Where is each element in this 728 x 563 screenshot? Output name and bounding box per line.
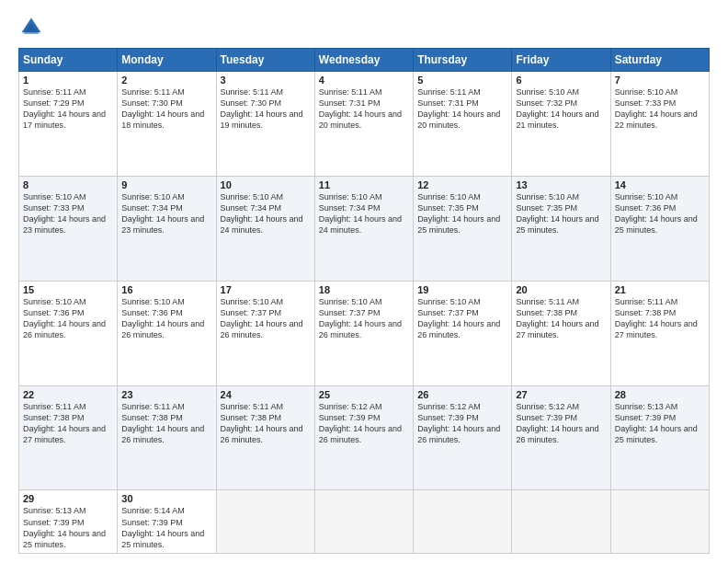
day-info: Sunrise: 5:10 AMSunset: 7:36 PMDaylight:… [23, 296, 113, 341]
calendar-table: SundayMondayTuesdayWednesdayThursdayFrid… [18, 48, 710, 554]
col-header-wednesday: Wednesday [314, 49, 413, 72]
table-row [414, 490, 512, 554]
day-info: Sunrise: 5:10 AMSunset: 7:37 PMDaylight:… [319, 296, 409, 341]
day-info: Sunrise: 5:11 AMSunset: 7:31 PMDaylight:… [417, 86, 507, 132]
table-row: 27Sunrise: 5:12 AMSunset: 7:39 PMDayligh… [512, 385, 610, 490]
day-info: Sunrise: 5:12 AMSunset: 7:39 PMDaylight:… [516, 401, 606, 446]
day-info: Sunrise: 5:10 AMSunset: 7:34 PMDaylight:… [121, 191, 211, 236]
table-row: 18Sunrise: 5:10 AMSunset: 7:37 PMDayligh… [314, 281, 413, 385]
table-row: 13Sunrise: 5:10 AMSunset: 7:35 PMDayligh… [512, 176, 610, 281]
logo-icon [18, 15, 44, 40]
col-header-monday: Monday [118, 49, 216, 72]
calendar-row-3: 22Sunrise: 5:11 AMSunset: 7:38 PMDayligh… [19, 385, 710, 490]
day-info: Sunrise: 5:11 AMSunset: 7:29 PMDaylight:… [23, 86, 113, 132]
day-number: 3 [221, 75, 311, 86]
calendar-row-2: 15Sunrise: 5:10 AMSunset: 7:36 PMDayligh… [19, 281, 710, 385]
day-info: Sunrise: 5:11 AMSunset: 7:38 PMDaylight:… [615, 296, 705, 341]
table-row: 25Sunrise: 5:12 AMSunset: 7:39 PMDayligh… [314, 385, 413, 490]
table-row: 17Sunrise: 5:10 AMSunset: 7:37 PMDayligh… [216, 281, 314, 385]
day-number: 9 [121, 179, 211, 190]
day-info: Sunrise: 5:12 AMSunset: 7:39 PMDaylight:… [417, 401, 507, 446]
day-number: 1 [23, 75, 113, 86]
day-info: Sunrise: 5:10 AMSunset: 7:34 PMDaylight:… [319, 191, 409, 236]
col-header-friday: Friday [512, 49, 610, 72]
table-row: 6Sunrise: 5:10 AMSunset: 7:32 PMDaylight… [512, 72, 610, 177]
day-number: 16 [121, 284, 211, 295]
day-number: 30 [121, 493, 211, 504]
day-info: Sunrise: 5:11 AMSunset: 7:38 PMDaylight:… [221, 401, 311, 446]
table-row [216, 490, 314, 554]
table-row: 29Sunrise: 5:13 AMSunset: 7:39 PMDayligh… [19, 490, 118, 554]
header [18, 15, 710, 40]
day-info: Sunrise: 5:11 AMSunset: 7:38 PMDaylight:… [121, 401, 211, 446]
table-row: 11Sunrise: 5:10 AMSunset: 7:34 PMDayligh… [314, 176, 413, 281]
day-info: Sunrise: 5:13 AMSunset: 7:39 PMDaylight:… [615, 401, 705, 446]
day-info: Sunrise: 5:11 AMSunset: 7:31 PMDaylight:… [319, 86, 409, 132]
table-row: 30Sunrise: 5:14 AMSunset: 7:39 PMDayligh… [118, 490, 216, 554]
calendar-row-0: 1Sunrise: 5:11 AMSunset: 7:29 PMDaylight… [19, 72, 710, 177]
table-row: 5Sunrise: 5:11 AMSunset: 7:31 PMDaylight… [414, 72, 512, 177]
table-row: 8Sunrise: 5:10 AMSunset: 7:33 PMDaylight… [19, 176, 118, 281]
day-number: 10 [221, 179, 311, 190]
table-row: 9Sunrise: 5:10 AMSunset: 7:34 PMDaylight… [118, 176, 216, 281]
day-number: 20 [516, 284, 606, 295]
table-row: 26Sunrise: 5:12 AMSunset: 7:39 PMDayligh… [414, 385, 512, 490]
day-number: 24 [221, 389, 311, 400]
day-info: Sunrise: 5:10 AMSunset: 7:33 PMDaylight:… [615, 86, 705, 132]
day-info: Sunrise: 5:10 AMSunset: 7:33 PMDaylight:… [23, 191, 113, 236]
day-number: 26 [417, 389, 507, 400]
day-info: Sunrise: 5:10 AMSunset: 7:37 PMDaylight:… [417, 296, 507, 341]
col-header-tuesday: Tuesday [216, 49, 314, 72]
day-number: 28 [615, 389, 705, 400]
day-number: 2 [121, 75, 211, 86]
day-info: Sunrise: 5:11 AMSunset: 7:38 PMDaylight:… [516, 296, 606, 341]
table-row [314, 490, 413, 554]
day-info: Sunrise: 5:11 AMSunset: 7:30 PMDaylight:… [121, 86, 211, 132]
table-row: 12Sunrise: 5:10 AMSunset: 7:35 PMDayligh… [414, 176, 512, 281]
table-row: 15Sunrise: 5:10 AMSunset: 7:36 PMDayligh… [19, 281, 118, 385]
day-number: 8 [23, 179, 113, 190]
col-header-sunday: Sunday [19, 49, 118, 72]
day-info: Sunrise: 5:10 AMSunset: 7:34 PMDaylight:… [221, 191, 311, 236]
day-number: 27 [516, 389, 606, 400]
day-number: 4 [319, 75, 409, 86]
day-number: 29 [23, 493, 113, 504]
day-info: Sunrise: 5:14 AMSunset: 7:39 PMDaylight:… [121, 505, 211, 550]
table-row [512, 490, 610, 554]
table-row: 21Sunrise: 5:11 AMSunset: 7:38 PMDayligh… [610, 281, 709, 385]
day-number: 13 [516, 179, 606, 190]
table-row: 20Sunrise: 5:11 AMSunset: 7:38 PMDayligh… [512, 281, 610, 385]
day-number: 5 [417, 75, 507, 86]
table-row: 1Sunrise: 5:11 AMSunset: 7:29 PMDaylight… [19, 72, 118, 177]
day-number: 22 [23, 389, 113, 400]
day-number: 12 [417, 179, 507, 190]
day-number: 21 [615, 284, 705, 295]
calendar-row-4: 29Sunrise: 5:13 AMSunset: 7:39 PMDayligh… [19, 490, 710, 554]
table-row: 24Sunrise: 5:11 AMSunset: 7:38 PMDayligh… [216, 385, 314, 490]
table-row: 4Sunrise: 5:11 AMSunset: 7:31 PMDaylight… [314, 72, 413, 177]
day-info: Sunrise: 5:10 AMSunset: 7:35 PMDaylight:… [516, 191, 606, 236]
table-row: 10Sunrise: 5:10 AMSunset: 7:34 PMDayligh… [216, 176, 314, 281]
table-row: 16Sunrise: 5:10 AMSunset: 7:36 PMDayligh… [118, 281, 216, 385]
day-info: Sunrise: 5:11 AMSunset: 7:30 PMDaylight:… [221, 86, 311, 132]
table-row: 19Sunrise: 5:10 AMSunset: 7:37 PMDayligh… [414, 281, 512, 385]
page: SundayMondayTuesdayWednesdayThursdayFrid… [0, 0, 728, 563]
calendar-row-1: 8Sunrise: 5:10 AMSunset: 7:33 PMDaylight… [19, 176, 710, 281]
day-number: 6 [516, 75, 606, 86]
col-header-thursday: Thursday [414, 49, 512, 72]
day-info: Sunrise: 5:10 AMSunset: 7:36 PMDaylight:… [615, 191, 705, 236]
day-info: Sunrise: 5:10 AMSunset: 7:37 PMDaylight:… [221, 296, 311, 341]
day-number: 14 [615, 179, 705, 190]
col-header-saturday: Saturday [610, 49, 709, 72]
table-row: 2Sunrise: 5:11 AMSunset: 7:30 PMDaylight… [118, 72, 216, 177]
day-number: 11 [319, 179, 409, 190]
logo [18, 15, 48, 40]
table-row: 28Sunrise: 5:13 AMSunset: 7:39 PMDayligh… [610, 385, 709, 490]
day-info: Sunrise: 5:12 AMSunset: 7:39 PMDaylight:… [319, 401, 409, 446]
table-row [610, 490, 709, 554]
day-number: 7 [615, 75, 705, 86]
day-info: Sunrise: 5:10 AMSunset: 7:32 PMDaylight:… [516, 86, 606, 132]
table-row: 23Sunrise: 5:11 AMSunset: 7:38 PMDayligh… [118, 385, 216, 490]
table-row: 7Sunrise: 5:10 AMSunset: 7:33 PMDaylight… [610, 72, 709, 177]
day-info: Sunrise: 5:11 AMSunset: 7:38 PMDaylight:… [23, 401, 113, 446]
